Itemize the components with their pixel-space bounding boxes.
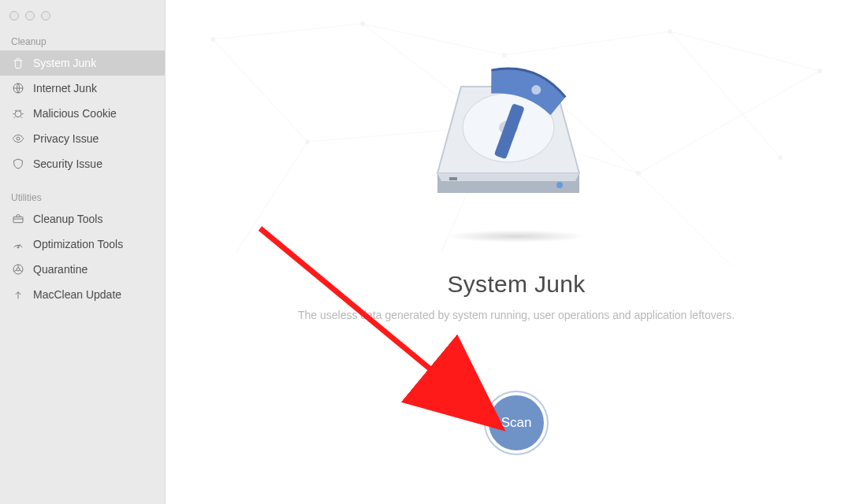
svg-point-20 [556, 182, 563, 188]
svg-marker-18 [437, 173, 579, 181]
sidebar-item-optimization-tools[interactable]: Optimization Tools [0, 232, 165, 257]
svg-line-26 [260, 228, 489, 417]
main-panel: System Junk The useless data generated b… [166, 0, 867, 504]
sidebar-item-malicious-cookie[interactable]: Malicious Cookie [0, 101, 165, 126]
svg-point-12 [305, 139, 310, 144]
sidebar-item-label: MacClean Update [33, 288, 121, 301]
toolbox-icon [11, 212, 25, 226]
sidebar-item-privacy-issue[interactable]: Privacy Issue [0, 126, 165, 151]
eye-icon [11, 132, 25, 146]
shield-icon [11, 157, 25, 171]
harddrive-brush-icon [422, 55, 611, 220]
sidebar-item-label: Security Issue [33, 158, 102, 170]
bug-icon [11, 106, 25, 120]
svg-rect-3 [13, 217, 23, 222]
sidebar-item-internet-junk[interactable]: Internet Junk [0, 76, 165, 101]
sidebar-item-label: Internet Junk [33, 82, 97, 94]
sidebar-item-quarantine[interactable]: Quarantine [0, 257, 165, 282]
sidebar-item-label: Malicious Cookie [33, 107, 117, 120]
update-arrow-icon [11, 287, 25, 302]
sidebar-item-label: Quarantine [33, 263, 87, 276]
svg-rect-19 [449, 177, 457, 180]
close-window-button[interactable] [9, 11, 19, 20]
gauge-icon [11, 237, 25, 251]
svg-point-8 [360, 21, 365, 26]
svg-point-10 [668, 29, 672, 34]
svg-point-14 [636, 171, 641, 176]
svg-point-2 [17, 137, 20, 140]
trash-icon [11, 56, 25, 70]
scan-button[interactable]: Scan [486, 392, 547, 454]
window-controls [0, 5, 165, 32]
page-subtitle: The useless data generated by system run… [298, 309, 735, 321]
sidebar-item-label: Privacy Issue [33, 132, 99, 145]
sidebar-item-system-junk[interactable]: System Junk [0, 50, 165, 76]
globe-icon [11, 81, 25, 95]
svg-point-15 [778, 155, 783, 160]
annotation-arrow [252, 220, 528, 441]
quarantine-icon [11, 262, 25, 276]
svg-point-1 [15, 111, 21, 117]
svg-point-11 [817, 69, 822, 73]
minimize-window-button[interactable] [25, 11, 35, 20]
sidebar-item-macclean-update[interactable]: MacClean Update [0, 282, 165, 307]
sidebar-section-utilities: Utilities [0, 187, 165, 206]
hero-illustration [422, 55, 611, 243]
page-title: System Junk [447, 271, 585, 298]
sidebar-item-label: System Junk [33, 57, 96, 69]
scan-button-label: Scan [501, 415, 532, 431]
sidebar-item-label: Optimization Tools [33, 238, 123, 250]
svg-point-6 [17, 268, 20, 271]
illustration-shadow [445, 230, 587, 243]
app-window: Cleanup System Junk Internet Junk Malici… [0, 0, 867, 504]
sidebar-item-label: Cleanup Tools [33, 213, 102, 225]
sidebar-item-security-issue[interactable]: Security Issue [0, 151, 165, 176]
sidebar: Cleanup System Junk Internet Junk Malici… [0, 0, 166, 504]
sidebar-item-cleanup-tools[interactable]: Cleanup Tools [0, 206, 165, 232]
maximize-window-button[interactable] [41, 11, 50, 20]
svg-point-7 [210, 37, 215, 42]
sidebar-section-cleanup: Cleanup [0, 32, 165, 50]
